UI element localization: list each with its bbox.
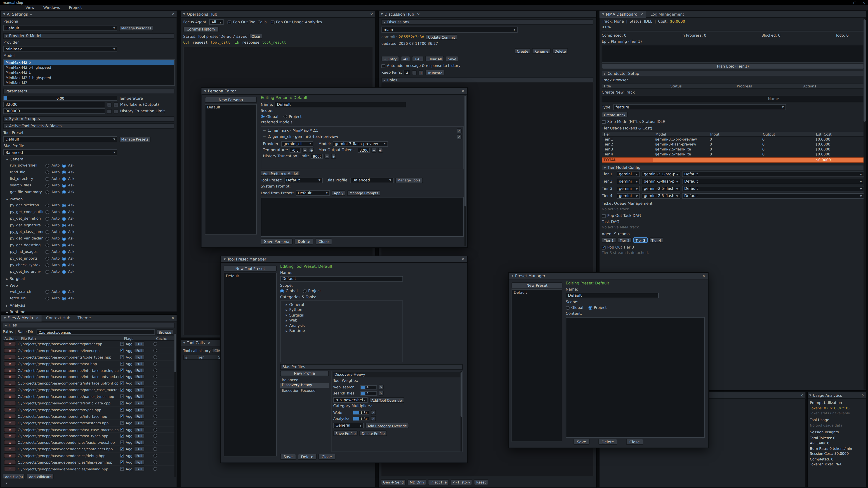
- tool-preset-dropdown[interactable]: Default▼: [284, 177, 322, 183]
- agg-checkbox[interactable]: [120, 434, 124, 438]
- auto-toggle[interactable]: [45, 217, 49, 221]
- manage-tools-button[interactable]: Manage Tools: [395, 177, 423, 183]
- save-tool-preset-button[interactable]: Save: [280, 454, 296, 460]
- stream-tab[interactable]: Tier 4: [649, 237, 663, 243]
- discussion-action-button[interactable]: MD Only: [408, 479, 427, 485]
- decrement-button[interactable]: −: [107, 102, 112, 107]
- increment-button[interactable]: +: [114, 102, 119, 107]
- remove-file-button[interactable]: x: [4, 381, 16, 386]
- remove-weight-button[interactable]: ✕: [379, 391, 383, 396]
- remove-file-button[interactable]: x: [4, 407, 16, 412]
- tool-group-python[interactable]: ▼Python: [3, 196, 175, 202]
- new-tool-preset-button[interactable]: New Tool Preset: [223, 266, 277, 272]
- remove-file-button[interactable]: x: [4, 387, 16, 392]
- bias-profiles-section[interactable]: Bias Profiles: [280, 364, 463, 369]
- cache-indicator[interactable]: [153, 441, 157, 445]
- tier-model-dropdown[interactable]: gemini-2.5-flash-lite▼: [642, 193, 680, 199]
- increment-button[interactable]: +: [331, 154, 336, 159]
- category-override-dropdown[interactable]: General▼: [333, 423, 364, 428]
- remove-file-button[interactable]: x: [4, 348, 16, 353]
- chevron-down-icon[interactable]: ▼: [381, 13, 383, 15]
- system-prompts-section[interactable]: ▶ System Prompts: [3, 116, 175, 122]
- panel-menu-icon[interactable]: ≡: [29, 12, 32, 16]
- full-button[interactable]: Full: [134, 355, 145, 359]
- agg-checkbox[interactable]: [120, 394, 124, 398]
- discussion-action-button[interactable]: Gen + Send: [381, 479, 406, 485]
- scope-project-radio[interactable]: [588, 306, 592, 310]
- stream-tab[interactable]: Tier 2: [618, 237, 632, 243]
- provider-dropdown[interactable]: gemini_cli▼: [281, 141, 313, 146]
- ask-toggle[interactable]: [62, 250, 66, 254]
- pop-out-usage-checkbox[interactable]: [270, 20, 274, 24]
- preset-name-input[interactable]: [566, 293, 659, 298]
- reorder-handle-icon[interactable]: −: [263, 128, 266, 133]
- chevron-down-icon[interactable]: ▼: [3, 13, 5, 15]
- load-preset-dropdown[interactable]: Default▼: [296, 190, 330, 195]
- auto-toggle[interactable]: [45, 270, 49, 273]
- category-node[interactable]: ▶ Python: [281, 307, 403, 313]
- comms-history-tab[interactable]: Comms History: [183, 27, 219, 32]
- decrement-button[interactable]: −: [107, 109, 112, 113]
- bias-profile-item[interactable]: Discovery-Heavy: [280, 383, 329, 388]
- tier-provider-dropdown[interactable]: gemini▼: [617, 171, 640, 177]
- entry-button[interactable]: -All: [401, 56, 410, 61]
- scope-global-radio[interactable]: [280, 289, 284, 293]
- discussion-action-button[interactable]: -> History: [451, 479, 472, 485]
- agg-checkbox[interactable]: [120, 414, 124, 418]
- model-option[interactable]: MiniMax-M2.1: [4, 70, 174, 75]
- paths-label[interactable]: Paths: [3, 330, 13, 334]
- category-node[interactable]: ▶ Web: [281, 318, 403, 323]
- close-icon[interactable]: ✕: [461, 257, 464, 262]
- category-node[interactable]: ▶ General: [281, 302, 403, 307]
- history-limit-input[interactable]: [311, 154, 323, 159]
- auto-toggle[interactable]: [45, 230, 49, 234]
- discussion-action-button[interactable]: Reset: [474, 479, 488, 485]
- full-button[interactable]: Full: [134, 420, 145, 425]
- ask-toggle[interactable]: [62, 236, 66, 240]
- preset-manager-titlebar[interactable]: ▼ Preset Manager ✕: [509, 273, 708, 279]
- scope-project-radio[interactable]: [303, 289, 307, 293]
- discussion-manage-button[interactable]: Rename: [532, 48, 551, 54]
- agg-checkbox[interactable]: [120, 355, 124, 359]
- tool-preset-name-input[interactable]: [280, 276, 403, 282]
- add-category-override-button[interactable]: Add Category Override: [365, 423, 409, 428]
- decrement-button[interactable]: −: [303, 148, 307, 153]
- system-prompt-textarea[interactable]: [260, 197, 464, 236]
- auto-toggle[interactable]: [45, 290, 49, 293]
- bias-profile-dropdown[interactable]: Balanced▼: [350, 177, 393, 183]
- tier-provider-dropdown[interactable]: gemini▼: [617, 193, 640, 199]
- agg-checkbox[interactable]: [120, 388, 124, 392]
- ask-toggle[interactable]: [62, 243, 66, 247]
- category-node[interactable]: ▶ Surgical: [281, 313, 403, 318]
- pop-out-tool-calls-checkbox[interactable]: [227, 20, 231, 24]
- agg-checkbox[interactable]: [120, 375, 124, 379]
- auto-toggle[interactable]: [45, 203, 49, 207]
- close-icon[interactable]: ✕: [862, 393, 865, 398]
- full-button[interactable]: Full: [134, 460, 145, 465]
- model-listbox[interactable]: MiniMax-M2.5MiniMax-M2.5-highspeedMiniMa…: [3, 59, 175, 86]
- remove-file-button[interactable]: x: [4, 394, 16, 399]
- new-preset-button[interactable]: New Preset: [512, 282, 562, 288]
- decrement-button[interactable]: −: [412, 70, 417, 75]
- clear-status-button[interactable]: Clear: [249, 34, 262, 39]
- tool-preset-list-item[interactable]: Default: [224, 273, 276, 279]
- reorder-handle-icon[interactable]: −: [263, 134, 266, 139]
- entry-button[interactable]: Save: [446, 56, 459, 61]
- cache-indicator[interactable]: [153, 421, 157, 425]
- persona-editor-titlebar[interactable]: ▼ Persona Editor ✕: [202, 88, 467, 94]
- create-track-button[interactable]: Create Track: [602, 112, 627, 117]
- weight-slider[interactable]: 4: [360, 391, 377, 395]
- remove-model-button[interactable]: ✕: [457, 134, 462, 139]
- cache-indicator[interactable]: [153, 342, 157, 346]
- keep-pairs-input[interactable]: [404, 70, 410, 75]
- auto-toggle[interactable]: [45, 164, 49, 167]
- cache-indicator[interactable]: [153, 467, 157, 471]
- scope-global-radio[interactable]: [566, 306, 569, 310]
- cache-indicator[interactable]: [153, 368, 157, 372]
- provider-dropdown[interactable]: minimax▼: [3, 46, 117, 52]
- tier-prompt-dropdown[interactable]: Default▼: [682, 179, 864, 184]
- ask-toggle[interactable]: [62, 190, 66, 194]
- remove-file-button[interactable]: x: [4, 433, 16, 438]
- chevron-down-icon[interactable]: ▼: [809, 394, 811, 397]
- scrollbar[interactable]: [461, 371, 462, 451]
